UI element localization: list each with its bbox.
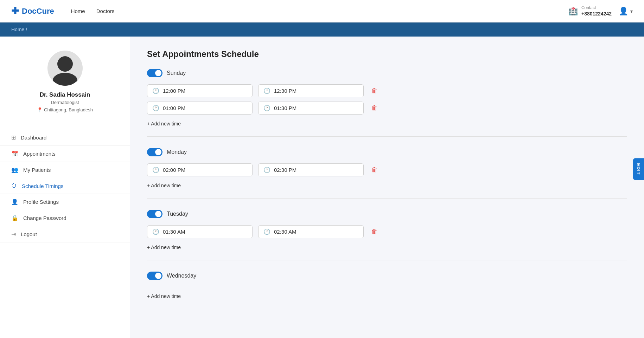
delete-button-sunday-1[interactable]: 🗑 bbox=[369, 103, 380, 113]
time-end-sunday-0[interactable]: 🕐 12:30 PM bbox=[258, 84, 364, 97]
header-right: 🏥 Contact +8801224242 👤 ▾ bbox=[568, 5, 633, 17]
sidebar-item-logout[interactable]: ⇥ Logout bbox=[0, 226, 130, 242]
side-float-edit[interactable]: EDIT bbox=[633, 158, 644, 180]
clock-icon: 🕐 bbox=[152, 167, 159, 173]
sidebar-label-profile: Profile Settings bbox=[23, 199, 59, 205]
time-end-monday-0[interactable]: 🕐 02:30 PM bbox=[258, 163, 364, 176]
toggle-wednesday-slider bbox=[147, 272, 162, 280]
day-section-tuesday: Tuesday 🕐 01:30 AM 🕐 02:30 AM 🗑 bbox=[147, 210, 627, 260]
appointments-icon: 📅 bbox=[11, 150, 18, 157]
trash-icon: 🗑 bbox=[371, 166, 378, 174]
location-text: Chittagong, Bangladesh bbox=[44, 107, 93, 112]
sidebar-label-password: Change Password bbox=[23, 215, 66, 221]
sidebar-item-schedule[interactable]: ⏱ Schedule Timings bbox=[0, 178, 130, 194]
add-time-label: + Add new time bbox=[147, 183, 181, 188]
clock-icon: 🕐 bbox=[152, 87, 159, 94]
trash-icon: 🗑 bbox=[371, 87, 378, 95]
time-value: 01:00 PM bbox=[163, 105, 185, 111]
profile-section: Dr. Sadia Hossain Dermatologist 📍 Chitta… bbox=[0, 51, 130, 124]
table-row: 🕐 02:00 PM 🕐 02:30 PM 🗑 bbox=[147, 163, 627, 176]
day-header-tuesday: Tuesday bbox=[147, 210, 627, 218]
time-value: 02:30 AM bbox=[274, 229, 296, 235]
doctor-location: 📍 Chittagong, Bangladesh bbox=[37, 107, 93, 112]
nav-home[interactable]: Home bbox=[71, 8, 85, 14]
clock-icon: 🕐 bbox=[152, 228, 159, 235]
time-value: 02:00 PM bbox=[163, 167, 185, 173]
time-value: 01:30 AM bbox=[163, 229, 185, 235]
layout: Dr. Sadia Hossain Dermatologist 📍 Chitta… bbox=[0, 37, 644, 338]
day-header-wednesday: Wednesday bbox=[147, 272, 627, 280]
doctor-specialty: Dermatologist bbox=[51, 100, 79, 105]
avatar bbox=[47, 51, 83, 86]
clock-icon: 🕐 bbox=[152, 105, 159, 111]
clock-icon: 🕐 bbox=[263, 167, 270, 173]
sidebar-item-profile[interactable]: 👤 Profile Settings bbox=[0, 194, 130, 210]
time-start-tuesday-0[interactable]: 🕐 01:30 AM bbox=[147, 225, 253, 238]
add-time-button-wednesday[interactable]: + Add new time bbox=[147, 292, 181, 300]
time-start-sunday-1[interactable]: 🕐 01:00 PM bbox=[147, 102, 253, 115]
delete-button-monday-0[interactable]: 🗑 bbox=[369, 165, 380, 175]
delete-button-tuesday-0[interactable]: 🗑 bbox=[369, 227, 380, 237]
time-value: 02:30 PM bbox=[274, 167, 297, 173]
table-row: 🕐 01:30 AM 🕐 02:30 AM 🗑 bbox=[147, 225, 627, 238]
time-end-tuesday-0[interactable]: 🕐 02:30 AM bbox=[258, 225, 364, 238]
add-time-button-monday[interactable]: + Add new time bbox=[147, 181, 181, 190]
time-rows-sunday: 🕐 12:00 PM 🕐 12:30 PM 🗑 🕐 01:00 PM bbox=[147, 84, 627, 115]
header-nav: Home Doctors bbox=[71, 8, 568, 14]
page-title: Set Appointments Schedule bbox=[147, 49, 627, 59]
table-row: 🕐 01:00 PM 🕐 01:30 PM 🗑 bbox=[147, 102, 627, 115]
logo-plus: ✚ bbox=[11, 6, 19, 17]
add-time-button-sunday[interactable]: + Add new time bbox=[147, 119, 181, 128]
day-label-monday: Monday bbox=[167, 149, 187, 155]
breadcrumb-home[interactable]: Home bbox=[11, 27, 24, 32]
time-value: 01:30 PM bbox=[274, 105, 297, 111]
toggle-tuesday-slider bbox=[147, 210, 162, 218]
avatar-svg bbox=[47, 51, 83, 86]
breadcrumb-separator: / bbox=[26, 27, 27, 32]
time-start-monday-0[interactable]: 🕐 02:00 PM bbox=[147, 163, 253, 176]
delete-button-sunday-0[interactable]: 🗑 bbox=[369, 86, 380, 96]
add-time-label: + Add new time bbox=[147, 293, 181, 299]
user-menu[interactable]: 👤 ▾ bbox=[619, 7, 633, 16]
time-value: 12:00 PM bbox=[163, 88, 185, 94]
toggle-monday[interactable] bbox=[147, 148, 162, 156]
sidebar-item-patients[interactable]: 👥 My Patients bbox=[0, 162, 130, 178]
time-rows-tuesday: 🕐 01:30 AM 🕐 02:30 AM 🗑 bbox=[147, 225, 627, 238]
sidebar-item-password[interactable]: 🔒 Change Password bbox=[0, 210, 130, 226]
sidebar-item-appointments[interactable]: 📅 Appointments bbox=[0, 146, 130, 162]
table-row: 🕐 12:00 PM 🕐 12:30 PM 🗑 bbox=[147, 84, 627, 97]
trash-icon: 🗑 bbox=[371, 104, 378, 112]
building-icon: 🏥 bbox=[568, 7, 578, 16]
day-label-tuesday: Tuesday bbox=[167, 211, 188, 217]
day-label-wednesday: Wednesday bbox=[167, 273, 196, 279]
time-end-sunday-1[interactable]: 🕐 01:30 PM bbox=[258, 102, 364, 115]
toggle-wednesday[interactable] bbox=[147, 272, 162, 280]
add-time-label: + Add new time bbox=[147, 121, 181, 126]
sidebar-item-dashboard[interactable]: ⊞ Dashboard bbox=[0, 130, 130, 146]
time-start-sunday-0[interactable]: 🕐 12:00 PM bbox=[147, 84, 253, 97]
doctor-name: Dr. Sadia Hossain bbox=[40, 91, 90, 98]
nav-doctors[interactable]: Doctors bbox=[96, 8, 115, 14]
logo-text: DocCure bbox=[22, 7, 54, 16]
day-section-wednesday: Wednesday + Add new time bbox=[147, 272, 627, 309]
add-time-button-tuesday[interactable]: + Add new time bbox=[147, 243, 181, 252]
sidebar-nav: ⊞ Dashboard 📅 Appointments 👥 My Patients… bbox=[0, 124, 130, 248]
toggle-tuesday[interactable] bbox=[147, 210, 162, 218]
sidebar-label-schedule: Schedule Timings bbox=[22, 183, 63, 189]
sidebar-label-patients: My Patients bbox=[23, 167, 51, 173]
patients-icon: 👥 bbox=[11, 167, 18, 173]
logout-icon: ⇥ bbox=[11, 231, 16, 238]
day-header-monday: Monday bbox=[147, 148, 627, 156]
password-icon: 🔒 bbox=[11, 215, 18, 221]
dashboard-icon: ⊞ bbox=[11, 134, 16, 141]
profile-icon: 👤 bbox=[11, 199, 18, 205]
toggle-monday-slider bbox=[147, 148, 162, 156]
header-contact: 🏥 Contact +8801224242 bbox=[568, 5, 612, 17]
main-content: Set Appointments Schedule Sunday 🕐 12:00… bbox=[130, 37, 644, 338]
logo[interactable]: ✚ DocCure bbox=[11, 6, 54, 17]
schedule-icon: ⏱ bbox=[11, 183, 17, 189]
clock-icon: 🕐 bbox=[263, 228, 270, 235]
clock-icon: 🕐 bbox=[263, 105, 270, 111]
toggle-sunday[interactable] bbox=[147, 69, 162, 77]
sidebar-label-dashboard: Dashboard bbox=[21, 135, 46, 141]
